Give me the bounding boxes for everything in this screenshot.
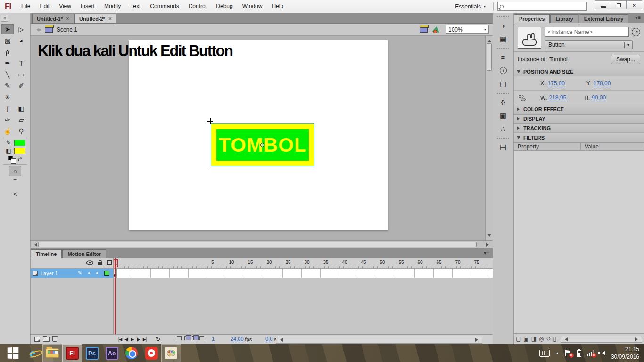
menu-insert[interactable]: Insert	[76, 0, 99, 13]
onion-skin-icon[interactable]	[184, 336, 189, 340]
scroll-left-icon[interactable]	[278, 338, 283, 342]
menu-control[interactable]: Control	[184, 0, 212, 13]
layer-frames-track[interactable]	[113, 269, 493, 278]
deco-tool[interactable]: ✳	[1, 91, 14, 102]
menu-view[interactable]: View	[54, 0, 76, 13]
elapsed-time-value[interactable]: 0,0	[265, 336, 272, 342]
scroll-down-icon[interactable]	[487, 234, 491, 239]
tab-timeline[interactable]: Timeline	[31, 249, 62, 258]
scrollbar-thumb[interactable]	[38, 242, 477, 247]
swap-button[interactable]: Swap...	[611, 55, 640, 64]
project-panel-icon[interactable]: ▤	[496, 141, 510, 153]
components-panel-icon[interactable]: ▣	[496, 109, 510, 121]
close-button[interactable]: ×	[626, 0, 642, 9]
lasso-tool[interactable]: ρ	[1, 46, 14, 57]
close-tab-icon[interactable]: ×	[66, 16, 69, 22]
h-value[interactable]: 90,00	[592, 94, 606, 101]
w-value[interactable]: 218,95	[549, 94, 566, 101]
smooth-option[interactable]: ⌒	[9, 177, 21, 188]
taskbar-gom-player[interactable]	[141, 344, 161, 362]
collapse-panel-button[interactable]: «	[1, 15, 8, 22]
timeline-scrollbar[interactable]	[276, 336, 482, 344]
info-panel-icon[interactable]: i	[496, 65, 510, 76]
layer-lock-dot[interactable]	[96, 272, 98, 274]
frame-rate-value[interactable]: 24,00	[231, 336, 244, 342]
transform-panel-icon[interactable]: ▢	[496, 78, 510, 90]
volume-icon[interactable]	[600, 351, 605, 355]
zoom-tool[interactable]: ⚲	[15, 125, 27, 136]
outline-layers-icon[interactable]	[107, 260, 112, 265]
x-value[interactable]: 175,00	[547, 80, 565, 87]
circled-arrow-icon[interactable]: ➝	[630, 26, 642, 38]
current-frame-marker[interactable]: 1	[113, 259, 118, 267]
current-frame-value[interactable]: 1	[212, 336, 215, 342]
dock-grip[interactable]	[497, 48, 509, 50]
close-tab-icon[interactable]: ×	[108, 16, 112, 22]
tab-library[interactable]: Library	[550, 14, 578, 23]
layer-outline-color[interactable]	[104, 271, 109, 276]
hand-tool[interactable]: ☝	[1, 125, 14, 136]
tab-motion-editor[interactable]: Motion Editor	[62, 249, 106, 258]
scroll-right-icon[interactable]	[635, 337, 640, 341]
eraser-tool[interactable]: ▱	[15, 114, 27, 125]
menu-window[interactable]: Window	[238, 0, 267, 13]
motion-presets-panel-icon[interactable]: ∴	[496, 123, 510, 134]
taskbar-photoshop[interactable]: Ps	[82, 344, 102, 362]
new-layer-button[interactable]	[34, 337, 40, 342]
swatches-panel-icon[interactable]: ▦	[496, 33, 510, 45]
menu-edit[interactable]: Edit	[35, 0, 54, 13]
bone-tool[interactable]: ʃ	[1, 103, 14, 114]
scroll-left-icon[interactable]	[563, 337, 568, 341]
edit-symbols-button[interactable]	[432, 26, 441, 33]
dock-grip[interactable]	[497, 16, 509, 18]
symbol-type-dropdown[interactable]: Button |▾	[545, 40, 633, 49]
brush-tool[interactable]: ✐	[15, 80, 27, 91]
menu-debug[interactable]: Debug	[211, 0, 237, 13]
tab-untitled-2[interactable]: Untitled-2* ×	[74, 14, 116, 23]
step-back-button[interactable]: ◀|	[124, 337, 128, 342]
go-to-first-frame-button[interactable]: |◀	[118, 337, 122, 342]
text-tool[interactable]: T	[15, 58, 27, 68]
add-filter-button[interactable]: ▢	[516, 336, 521, 342]
panel-menu-icon[interactable]: ▾≡	[484, 250, 490, 255]
eyedropper-tool[interactable]: ✑	[1, 114, 14, 125]
layer-row[interactable]: Layer 1 ✎	[31, 269, 493, 278]
taskbar-after-effects[interactable]: Ae	[102, 344, 122, 362]
free-transform-tool[interactable]: ▧	[1, 35, 14, 46]
tab-external-library[interactable]: External Library	[579, 14, 629, 23]
section-filters[interactable]: FILTERS	[514, 133, 644, 142]
start-button[interactable]	[3, 344, 23, 362]
play-button[interactable]: ▶	[131, 337, 134, 342]
delete-filter-button[interactable]: ▯	[553, 336, 557, 342]
default-colors-icon[interactable]	[8, 156, 13, 160]
edit-scene-button[interactable]	[420, 26, 428, 33]
dock-grip[interactable]	[497, 93, 509, 95]
tab-untitled-1[interactable]: Untitled-1* ×	[32, 14, 74, 23]
scroll-up-icon[interactable]	[487, 38, 491, 42]
rectangle-tool[interactable]: ▭	[15, 69, 27, 80]
pen-tool[interactable]: ✒	[1, 58, 14, 68]
taskbar-file-explorer[interactable]	[42, 344, 62, 362]
instance-name-input[interactable]	[545, 27, 629, 37]
stage-heading-text[interactable]: Klik dua kali Untuk Edit Button	[38, 41, 232, 60]
frame-ruler[interactable]: 1 5 10 15 20 25 30 35 40 45 50 55 60 65 …	[113, 258, 489, 269]
swap-colors-icon[interactable]: ⇄	[17, 156, 22, 162]
filters-list-empty[interactable]	[514, 151, 644, 334]
button-symbol-instance[interactable]: TOMBOL	[211, 123, 314, 166]
3d-rotation-tool[interactable]: ◕	[15, 35, 27, 46]
canvas-pasteboard[interactable]: Klik dua kali Untuk Edit Button TOMBOL	[31, 36, 493, 240]
center-frame-icon[interactable]	[177, 336, 182, 340]
pencil-tool[interactable]: ✎	[1, 80, 14, 91]
show-hidden-icons[interactable]: ▲	[555, 351, 559, 355]
delete-layer-button[interactable]	[52, 337, 57, 342]
edit-multiple-frames-icon[interactable]	[199, 336, 204, 340]
enable-filter-button[interactable]: ◎	[539, 336, 544, 342]
taskbar-internet-explorer[interactable]: e	[23, 344, 42, 362]
go-to-last-frame-button[interactable]: ▶|	[143, 337, 146, 342]
horizontal-scrollbar[interactable]	[31, 240, 493, 248]
loop-playback-button[interactable]: ↻	[156, 336, 160, 343]
menu-help[interactable]: Help	[267, 0, 288, 13]
fill-color-swatch[interactable]	[14, 148, 25, 154]
taskbar-chrome[interactable]	[122, 344, 141, 362]
vertical-scrollbar[interactable]	[485, 36, 493, 240]
